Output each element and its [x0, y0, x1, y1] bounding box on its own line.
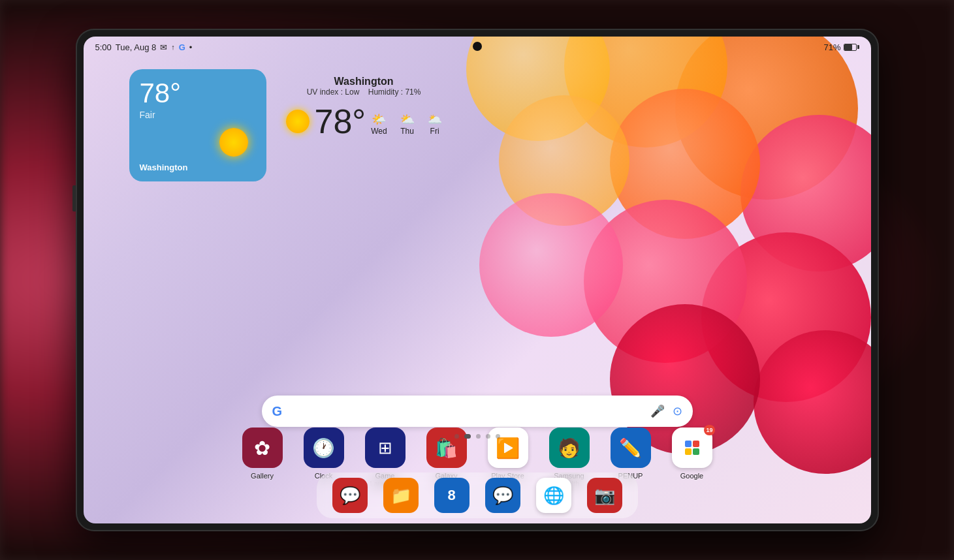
dot-icon: •	[189, 42, 193, 52]
battery-percent: 71%	[823, 42, 840, 52]
page-dots	[454, 434, 500, 439]
weather-forecast: 🌤️ Wed ⛅ Thu 🌥️ Fri	[371, 112, 441, 136]
tablet-device: 5:00 Tue, Aug 8 ✉ ↑ G • 71% 78° Fair	[76, 29, 879, 531]
dock-messages-blue[interactable]: 💬	[485, 478, 520, 513]
search-bar[interactable]: G 🎤 ⊙	[262, 396, 693, 427]
weather-ext-temp: 78°	[315, 102, 366, 141]
weather-ext-city: Washington	[286, 76, 442, 87]
dock-messages-red[interactable]: 💬	[332, 478, 368, 513]
weather-current: 78° 🌤️ Wed ⛅ Thu 🌥️ Fri	[286, 102, 442, 141]
sun-icon	[286, 110, 310, 133]
dot-1[interactable]	[454, 434, 459, 439]
dock-camera[interactable]: 📷	[587, 478, 622, 513]
status-date: Tue, Aug 8	[116, 42, 156, 52]
dot-4[interactable]	[486, 434, 490, 439]
google-icon: 19	[672, 428, 712, 468]
google-badge: 19	[704, 425, 714, 435]
status-right: 71%	[823, 42, 859, 52]
mail-icon: ✉	[160, 42, 167, 52]
dock: 💬 📁 8 💬 🌐 📷	[317, 473, 638, 518]
weather-condition: Fair	[140, 110, 256, 120]
weather-city: Washington	[140, 163, 188, 172]
upload-icon: ↑	[171, 43, 175, 51]
forecast-wed: 🌤️ Wed	[371, 112, 387, 136]
weather-widget[interactable]: 78° Fair Washington	[129, 69, 266, 181]
camera-notch	[473, 42, 482, 51]
penup-icon: ✏️	[611, 428, 651, 468]
gallery-icon: ✿	[242, 428, 283, 468]
g-icon: G	[179, 42, 185, 52]
app-google[interactable]: 19 Google	[672, 428, 712, 488]
clock-icon: 🕐	[304, 428, 344, 468]
search-icons: 🎤 ⊙	[650, 404, 682, 418]
dot-3[interactable]	[476, 434, 481, 439]
google-logo: G	[272, 404, 283, 419]
humidity: Humidity : 71%	[368, 87, 421, 97]
samsung-health-icon: 🧑	[549, 428, 590, 468]
battery-icon	[844, 44, 859, 51]
forecast-thu: ⛅ Thu	[400, 112, 415, 136]
lens-icon[interactable]: ⊙	[673, 404, 682, 418]
weather-sun-icon	[219, 128, 248, 157]
weather-extended: Washington UV index : Low Humidity : 71%…	[286, 76, 442, 141]
weather-ext-details: UV index : Low Humidity : 71%	[286, 87, 442, 97]
gallery-label: Gallery	[251, 472, 274, 480]
search-bar-container[interactable]: G 🎤 ⊙	[262, 396, 693, 427]
voice-search-icon[interactable]: 🎤	[650, 404, 665, 418]
side-button[interactable]	[72, 185, 76, 211]
google-label: Google	[680, 472, 703, 480]
dock-chrome[interactable]: 🌐	[536, 478, 571, 513]
app-gallery[interactable]: ✿ Gallery	[242, 428, 283, 488]
tablet-screen: 5:00 Tue, Aug 8 ✉ ↑ G • 71% 78° Fair	[84, 37, 871, 523]
status-left: 5:00 Tue, Aug 8 ✉ ↑ G •	[95, 42, 193, 52]
dock-files[interactable]: 📁	[383, 478, 419, 513]
dock-calendar[interactable]: 8	[434, 478, 469, 513]
game-launcher-icon: ⊞	[365, 428, 405, 468]
weather-temp: 78°	[140, 80, 256, 107]
dot-2-active[interactable]	[464, 434, 471, 439]
dot-5[interactable]	[496, 434, 500, 439]
status-time: 5:00	[95, 42, 112, 52]
forecast-fri: 🌥️ Fri	[428, 112, 442, 136]
uv-index: UV index : Low	[307, 87, 360, 97]
